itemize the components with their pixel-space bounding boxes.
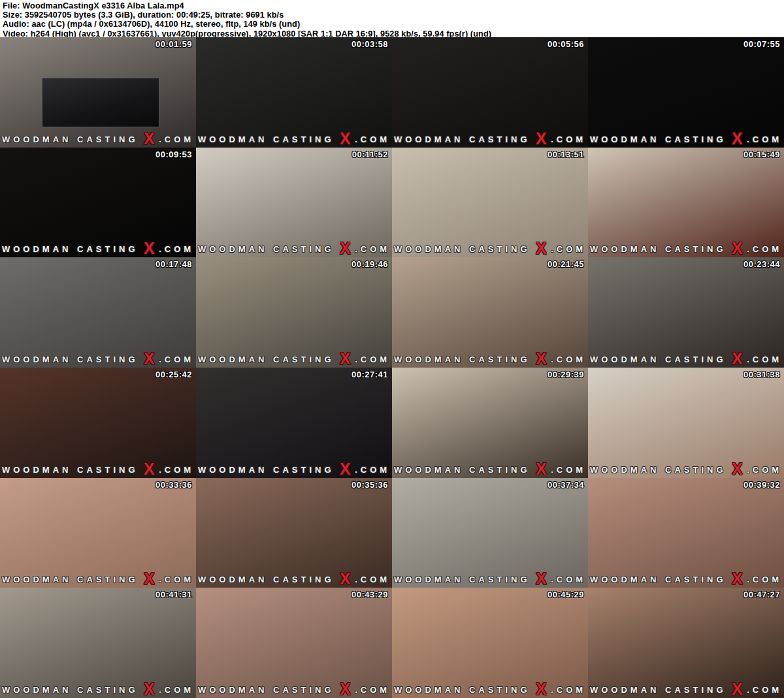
watermark-x-logo: X: [536, 349, 547, 368]
watermark-com-text: .COM: [355, 685, 390, 695]
watermark: WOODMAN CASTING X .COM: [392, 352, 588, 366]
timestamp-label: 00:27:41: [351, 370, 388, 379]
video-frame-placeholder: [0, 478, 196, 588]
watermark: WOODMAN CASTING X .COM: [196, 242, 392, 256]
video-frame-placeholder: [196, 148, 392, 258]
watermark: WOODMAN CASTING X .COM: [588, 572, 784, 586]
video-thumbnail: 00:41:31 WOODMAN CASTING X .COM: [0, 588, 196, 698]
watermark: WOODMAN CASTING X .COM: [392, 572, 588, 586]
watermark-brand-text: WOODMAN CASTING: [394, 135, 531, 144]
video-thumbnail: 00:45:29 WOODMAN CASTING X .COM: [392, 588, 588, 698]
video-frame-placeholder: [588, 148, 784, 258]
watermark: WOODMAN CASTING X .COM: [588, 242, 784, 256]
timestamp-label: 00:17:48: [155, 259, 192, 269]
watermark-brand-text: WOODMAN CASTING: [394, 355, 531, 364]
watermark-x-logo: X: [536, 460, 547, 478]
watermark-com-text: .COM: [747, 135, 782, 144]
video-frame-placeholder: [0, 368, 196, 478]
watermark-brand-text: WOODMAN CASTING: [2, 575, 139, 584]
video-frame-placeholder: [392, 588, 588, 698]
watermark-brand-text: WOODMAN CASTING: [198, 575, 335, 584]
video-thumbnail: 00:05:56 WOODMAN CASTING X .COM: [392, 37, 588, 148]
watermark-brand-text: WOODMAN CASTING: [198, 685, 335, 695]
timestamp-label: 00:35:36: [351, 480, 388, 490]
watermark: WOODMAN CASTING X .COM: [392, 682, 588, 697]
watermark-brand-text: WOODMAN CASTING: [198, 355, 335, 364]
timestamp-label: 00:13:51: [547, 150, 584, 159]
watermark-com-text: .COM: [747, 575, 782, 584]
watermark-brand-text: WOODMAN CASTING: [394, 575, 531, 584]
timestamp-label: 00:41:31: [155, 590, 192, 599]
video-frame-placeholder: [196, 37, 392, 148]
timestamp-label: 00:05:56: [547, 39, 584, 49]
video-thumbnail: 00:19:46 WOODMAN CASTING X .COM: [196, 257, 392, 368]
video-frame-placeholder: [588, 368, 784, 478]
watermark: WOODMAN CASTING X .COM: [0, 572, 196, 586]
timestamp-label: 00:01:59: [155, 39, 192, 49]
watermark-x-logo: X: [732, 239, 743, 257]
timestamp-label: 00:09:53: [155, 150, 192, 159]
watermark: WOODMAN CASTING X .COM: [0, 132, 196, 146]
video-thumbnail: 00:23:44 WOODMAN CASTING X .COM: [588, 257, 784, 368]
video-frame-placeholder: [0, 148, 196, 258]
watermark-com-text: .COM: [159, 135, 194, 144]
watermark: WOODMAN CASTING X .COM: [196, 352, 392, 366]
watermark-x-logo: X: [340, 680, 351, 698]
watermark-com-text: .COM: [747, 465, 782, 475]
video-frame-placeholder: [588, 37, 784, 148]
watermark-brand-text: WOODMAN CASTING: [590, 575, 727, 584]
timestamp-label: 00:43:29: [351, 590, 388, 599]
watermark-brand-text: WOODMAN CASTING: [394, 465, 531, 475]
watermark-brand-text: WOODMAN CASTING: [2, 135, 139, 144]
watermark-x-logo: X: [144, 239, 155, 257]
video-frame-placeholder: [196, 257, 392, 368]
watermark-brand-text: WOODMAN CASTING: [590, 465, 727, 475]
watermark-x-logo: X: [144, 129, 155, 148]
timestamp-label: 00:29:39: [547, 370, 584, 379]
watermark: WOODMAN CASTING X .COM: [588, 682, 784, 697]
timestamp-label: 00:25:42: [155, 370, 192, 379]
watermark-x-logo: X: [340, 349, 351, 368]
watermark-x-logo: X: [536, 680, 547, 698]
watermark-com-text: .COM: [355, 135, 390, 144]
watermark-brand-text: WOODMAN CASTING: [2, 465, 139, 475]
watermark-brand-text: WOODMAN CASTING: [394, 244, 531, 254]
timestamp-label: 00:45:29: [547, 590, 584, 599]
video-thumbnail: 00:37:34 WOODMAN CASTING X .COM: [392, 478, 588, 588]
watermark-brand-text: WOODMAN CASTING: [590, 135, 727, 144]
thumbnail-grid: 00:01:59 WOODMAN CASTING X .COM 00:03:58…: [0, 37, 784, 698]
video-frame-placeholder: [196, 478, 392, 588]
watermark-brand-text: WOODMAN CASTING: [198, 244, 335, 254]
watermark-com-text: .COM: [551, 575, 586, 584]
watermark-brand-text: WOODMAN CASTING: [590, 355, 727, 364]
video-thumbnail: 00:25:42 WOODMAN CASTING X .COM: [0, 368, 196, 478]
watermark-brand-text: WOODMAN CASTING: [590, 685, 727, 695]
watermark-x-logo: X: [536, 569, 547, 588]
timestamp-label: 00:07:55: [743, 39, 780, 49]
watermark-x-logo: X: [144, 569, 155, 588]
watermark-com-text: .COM: [551, 244, 586, 254]
watermark-x-logo: X: [144, 680, 155, 698]
timestamp-label: 00:31:38: [743, 370, 780, 379]
file-name-line: File: WoodmanCastingX e3316 Alba Lala.mp…: [3, 1, 784, 10]
watermark: WOODMAN CASTING X .COM: [0, 352, 196, 366]
watermark-com-text: .COM: [747, 355, 782, 364]
watermark-x-logo: X: [732, 349, 743, 368]
watermark-x-logo: X: [144, 349, 155, 368]
video-frame-placeholder: [196, 368, 392, 478]
watermark: WOODMAN CASTING X .COM: [392, 242, 588, 256]
timestamp-label: 00:11:52: [352, 150, 388, 159]
video-frame-placeholder: [392, 368, 588, 478]
watermark-com-text: .COM: [159, 244, 194, 254]
watermark-x-logo: X: [144, 460, 155, 478]
watermark-brand-text: WOODMAN CASTING: [2, 685, 139, 695]
picture-in-picture-inset: [42, 78, 159, 127]
timestamp-label: 00:03:58: [351, 39, 388, 49]
watermark-com-text: .COM: [747, 244, 782, 254]
watermark-x-logo: X: [732, 680, 743, 698]
video-thumbnail: 00:15:49 WOODMAN CASTING X .COM: [588, 148, 784, 258]
watermark: WOODMAN CASTING X .COM: [196, 572, 392, 586]
watermark-x-logo: X: [340, 460, 351, 478]
watermark-com-text: .COM: [355, 244, 390, 254]
watermark-brand-text: WOODMAN CASTING: [590, 244, 727, 254]
